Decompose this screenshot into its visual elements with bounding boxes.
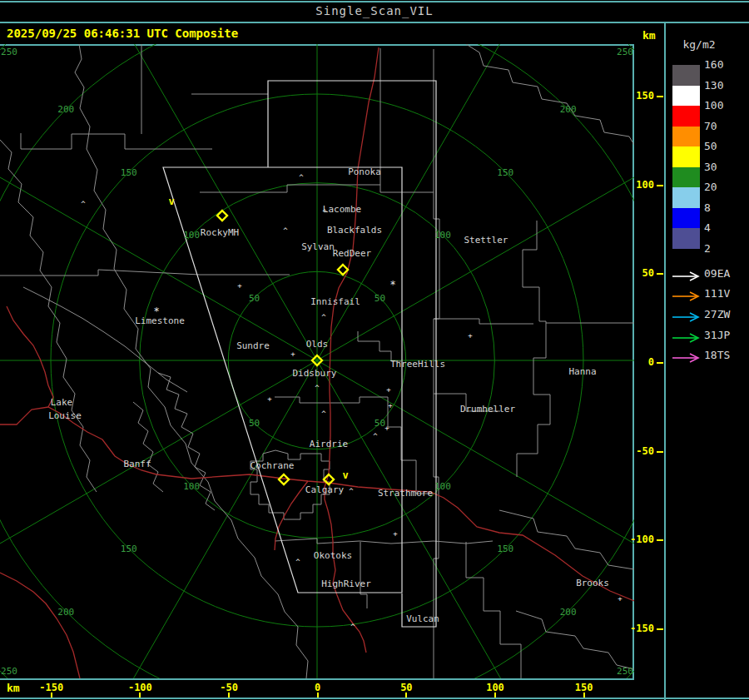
radar-app-window: Single_Scan_VIL 2025/09/25 06:46:31 UTC … <box>0 0 749 700</box>
ring-distance-label: 150 <box>121 544 137 554</box>
ring-distance-label: 200 <box>560 104 577 115</box>
legend-swatch-3 <box>672 127 700 147</box>
legend-scale-label: 30 <box>704 161 737 174</box>
legend-swatch-6 <box>672 187 700 208</box>
obs-marker: ^ <box>81 200 86 208</box>
bottom-axis-tick <box>494 693 496 698</box>
legend-scale-label: 8 <box>704 201 737 215</box>
right-axis-tick <box>657 273 663 275</box>
obs-marker: * <box>153 305 159 317</box>
ring-distance-label: 100 <box>434 230 451 241</box>
ring-distance-label: 150 <box>497 544 513 554</box>
city-label-vulcan: Vulcan <box>406 613 439 624</box>
bottom-axis-label: 150 <box>559 682 609 693</box>
right-axis-tick <box>657 539 663 541</box>
site-arrow-27zw <box>671 310 701 320</box>
city-label-blackfalds: Blackfalds <box>327 225 382 236</box>
ring-distance-label: 250 <box>617 47 633 57</box>
city-label-olds: Olds <box>306 339 329 350</box>
ring-distance-label: 50 <box>249 293 260 304</box>
legend-scale-label: 70 <box>704 120 737 133</box>
city-label-didsbury: Didsbury <box>293 368 337 379</box>
bottom-border-line <box>0 698 749 699</box>
top-border-line <box>0 1 749 2</box>
obs-marker: + <box>384 424 389 432</box>
obs-marker: ^ <box>283 226 288 235</box>
right-axis-label: 100 <box>604 179 654 191</box>
site-id-label-111v: 111V <box>704 287 746 300</box>
ring-distance-label: 200 <box>57 104 74 115</box>
city-label-sundre: Sundre <box>236 340 270 351</box>
bottom-axis-label: -150 <box>27 682 77 693</box>
right-axis-label: 0 <box>604 356 654 368</box>
city-label-limestone: Limestone <box>135 315 185 326</box>
ring-distance-label: 150 <box>497 167 513 178</box>
city-label-banff: Banff <box>123 459 151 469</box>
site-arrow-icon <box>671 333 701 343</box>
map-bottom-border <box>0 678 634 680</box>
city-label-strathmore: Strathmore <box>378 488 433 499</box>
ring-distance-label: 200 <box>57 607 74 618</box>
obs-marker: + <box>267 395 272 403</box>
obs-marker: ^ <box>299 173 304 181</box>
right-axis-unit-label: km <box>642 29 662 42</box>
right-axis-tick <box>657 185 663 186</box>
right-axis-tick <box>657 96 663 97</box>
city-label-brooks: Brooks <box>576 578 609 588</box>
ring-distance-label: 250 <box>1 47 17 57</box>
city-label-reddeer: RedDeer <box>333 248 372 259</box>
legend-scale-label: 160 <box>704 58 737 72</box>
bottom-axis-tick <box>139 693 141 698</box>
obs-marker: ^ <box>321 313 326 321</box>
ring-distance-label: 200 <box>560 607 577 618</box>
city-label-okotoks: Okotoks <box>314 550 352 561</box>
ring-distance-label: 50 <box>374 418 385 429</box>
obs-marker: + <box>468 331 473 340</box>
legend-swatch-8 <box>672 228 700 249</box>
ring-distance-label: 150 <box>121 167 137 178</box>
bottom-axis-tick <box>228 693 230 698</box>
radar-map-svg: 5050505010010010010015015015015020020020… <box>0 44 634 678</box>
azimuth-radial-line <box>317 44 634 360</box>
city-label-hanna: Hanna <box>568 366 596 377</box>
azimuth-radial-line <box>317 44 634 360</box>
site-arrow-31jp <box>671 330 701 340</box>
bottom-axis-label: -50 <box>204 682 254 693</box>
site-arrow-111v <box>671 289 701 299</box>
obs-marker: ^ <box>373 432 378 440</box>
bottom-axis-tick <box>405 693 407 698</box>
ring-distance-label: 50 <box>374 293 385 304</box>
city-label-lake: Lake <box>51 397 73 408</box>
right-axis-tick <box>657 362 663 364</box>
bottom-axis-tick <box>583 693 585 698</box>
bottom-axis-label: 0 <box>293 682 343 693</box>
right-axis-label: -50 <box>604 445 654 457</box>
window-title: Single_Scan_VIL <box>0 4 749 17</box>
ring-distance-label: 100 <box>183 230 200 241</box>
site-id-label-31jp: 31JP <box>704 329 746 342</box>
legend-divider-line <box>664 23 666 700</box>
obs-marker: ^ <box>321 410 326 418</box>
right-axis-label: -150 <box>604 623 654 634</box>
ring-distance-label: 100 <box>183 481 200 492</box>
legend-swatch-0 <box>672 65 700 86</box>
bottom-axis-label: 50 <box>381 682 431 693</box>
obs-markers-layer: ^^^^^^^^^^^+++++++++** <box>81 173 623 631</box>
right-axis-label: 150 <box>604 90 654 102</box>
obs-marker: + <box>618 594 623 603</box>
bottom-axis-label: 100 <box>470 682 520 693</box>
site-arrow-icon <box>671 271 701 281</box>
site-arrow-icon <box>671 353 701 363</box>
right-axis-tick <box>657 451 663 453</box>
azimuth-radial-line <box>0 360 317 678</box>
titlebar-divider-line <box>0 22 749 23</box>
right-axis-label: -100 <box>604 534 654 545</box>
radar-map-canvas[interactable]: 5050505010010010010015015015015020020020… <box>0 44 634 678</box>
obs-marker: + <box>393 529 398 538</box>
site-id-label-18ts: 18TS <box>704 349 746 362</box>
city-label-ponoka: Ponoka <box>348 166 381 177</box>
obs-marker: + <box>290 350 295 358</box>
site-check-marker: v <box>168 196 174 207</box>
bottom-axis-tick <box>317 693 319 698</box>
obs-marker: ^ <box>315 384 320 392</box>
